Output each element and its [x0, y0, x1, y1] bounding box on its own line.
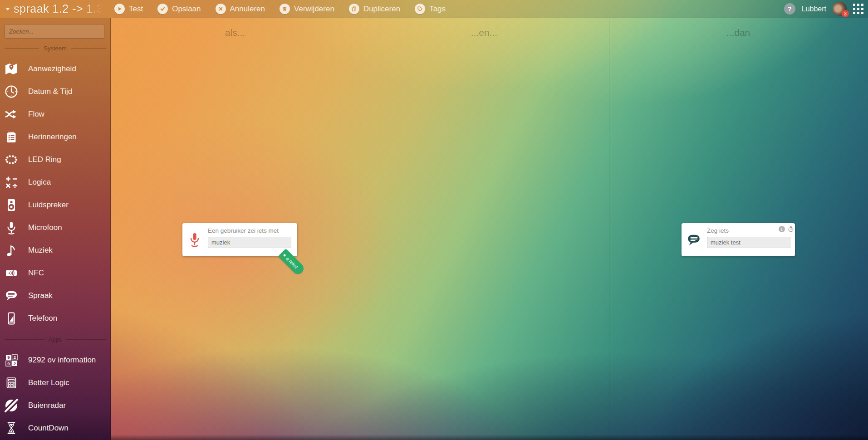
flow-title-wrap[interactable]: spraak 1.2 -> 1.3: [0, 2, 112, 15]
help-button[interactable]: ?: [784, 3, 795, 15]
section-header-systeem: Systeem: [5, 41, 106, 55]
trigger-text-input[interactable]: [208, 237, 291, 248]
column-divider: [609, 18, 609, 440]
math-icon: [4, 175, 19, 190]
flow-canvas[interactable]: als... ...en... ...dan Een gebruiker zei…: [111, 18, 868, 440]
flow-card-trigger[interactable]: Een gebruiker zei iets met: [182, 223, 297, 256]
microphone-icon: [182, 223, 207, 256]
sidebar-item-luidspreker[interactable]: Luidspreker: [0, 194, 110, 216]
calculator-icon: [4, 375, 19, 391]
user-name[interactable]: Lubbert: [802, 5, 826, 13]
toolbar: Test Opslaan Annuleren Verwijderen Dupli…: [114, 4, 446, 14]
map-icon: [4, 61, 19, 77]
speaker-icon: [4, 197, 19, 213]
flow-icon: [4, 107, 19, 122]
card-title: Een gebruiker zei iets met: [208, 227, 292, 234]
phone-icon: [4, 311, 19, 326]
sidebar-item-countdown[interactable]: CountDown: [0, 417, 110, 440]
clock-icon: [4, 84, 19, 99]
save-button[interactable]: Opslaan: [157, 4, 201, 14]
sidebar-item-flow[interactable]: Flow: [0, 103, 110, 126]
buienradar-icon: [4, 398, 19, 413]
info-icon[interactable]: i: [779, 226, 785, 232]
apps-grid-icon[interactable]: [853, 4, 863, 14]
sidebar: Systeem Aanwezigheid Datum & Tijd Flow H…: [0, 18, 111, 440]
sidebar-item-buienradar[interactable]: Buienradar: [0, 394, 110, 417]
sidebar-item-muziek[interactable]: Muziek: [0, 239, 110, 262]
title-caret-icon[interactable]: [5, 8, 10, 10]
section-header-apps: Apps: [5, 332, 106, 346]
notification-badge: 3: [842, 10, 849, 17]
svg-text:9: 9: [7, 355, 10, 360]
column-divider: [360, 18, 360, 440]
speech-bubble-icon: [682, 223, 706, 256]
tag-hole: [283, 254, 286, 257]
sidebar-item-logica[interactable]: Logica: [0, 171, 110, 194]
music-note-icon: [4, 243, 19, 258]
action-text-input[interactable]: [707, 237, 790, 248]
duplicate-icon: [349, 4, 359, 14]
top-right-cluster: ? Lubbert 3: [784, 2, 868, 16]
column-header-als: als...: [185, 27, 285, 38]
tags-button[interactable]: Tags: [415, 4, 446, 14]
column-header-en: ...en...: [434, 27, 534, 38]
sidebar-item-better-logic[interactable]: Better Logic: [0, 372, 110, 394]
cancel-button[interactable]: Annuleren: [216, 4, 265, 14]
svg-text:2: 2: [14, 355, 16, 360]
notepad-icon: [4, 129, 19, 145]
flow-card-action[interactable]: i Zeg iets: [682, 223, 795, 256]
column-header-dan: ...dan: [688, 27, 788, 38]
search-input[interactable]: [5, 24, 104, 39]
sidebar-item-aanwezigheid[interactable]: Aanwezigheid: [0, 58, 110, 80]
play-icon: [114, 4, 125, 14]
trash-icon: [280, 4, 290, 14]
9292-icon: 9292: [4, 352, 19, 368]
sidebar-item-microfoon[interactable]: Microfoon: [0, 216, 110, 239]
svg-text:9: 9: [7, 361, 10, 366]
led-ring-icon: [4, 152, 19, 167]
token-tag-label: a tekst: [285, 256, 299, 269]
avatar[interactable]: 3: [833, 2, 847, 16]
test-button[interactable]: Test: [114, 4, 143, 14]
sidebar-item-led-ring[interactable]: LED Ring: [0, 148, 110, 171]
hourglass-icon: [4, 420, 19, 436]
microphone-icon: [4, 220, 19, 235]
sidebar-item-datum-tijd[interactable]: Datum & Tijd: [0, 80, 110, 103]
sidebar-item-herinneringen[interactable]: Herinneringen: [0, 126, 110, 148]
nfc-icon: [4, 265, 19, 281]
sidebar-item-telefoon[interactable]: Telefoon: [0, 307, 110, 330]
sidebar-item-nfc[interactable]: NFC: [0, 262, 110, 284]
sidebar-item-9292[interactable]: 9292 9292 ov information: [0, 349, 110, 372]
flow-title: spraak 1.2 -> 1.3: [14, 2, 103, 15]
svg-text:2: 2: [14, 361, 16, 366]
speech-bubble-icon: [4, 288, 19, 303]
timer-icon[interactable]: [788, 226, 794, 232]
top-bar: spraak 1.2 -> 1.3 Test Opslaan Annuleren…: [0, 0, 868, 18]
duplicate-button[interactable]: Dupliceren: [349, 4, 400, 14]
check-icon: [157, 4, 168, 14]
delete-button[interactable]: Verwijderen: [280, 4, 334, 14]
tag-icon: [415, 4, 425, 14]
card-title: Zeg iets: [707, 227, 790, 234]
sidebar-item-spraak[interactable]: Spraak: [0, 284, 110, 307]
x-icon: [216, 4, 226, 14]
